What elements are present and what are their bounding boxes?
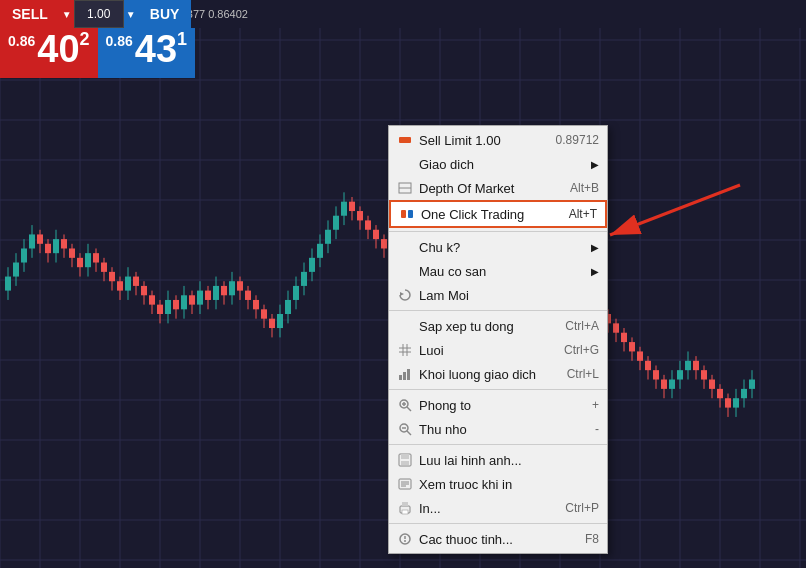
- lot-input[interactable]: [74, 0, 124, 28]
- menu-item-label: Xem truoc khi in: [419, 477, 512, 492]
- svg-rect-21: [401, 454, 409, 459]
- menu-item-label: Khoi luong giao dich: [419, 367, 536, 382]
- menu-item-label: Sap xep tu dong: [419, 319, 514, 334]
- svg-rect-0: [399, 137, 411, 143]
- menu-item-label: Phong to: [419, 398, 471, 413]
- sell-price-prefix: 0.86: [8, 34, 35, 48]
- empty-icon: [397, 263, 413, 279]
- empty-icon: [397, 318, 413, 334]
- trading-buttons: SELL ▼ ▼ BUY 0.86 40 2 0.86 43 1: [0, 0, 195, 78]
- menu-item-label: One Click Trading: [421, 207, 524, 222]
- menu-shortcut: Alt+T: [569, 207, 597, 221]
- buy-price-super: 1: [177, 30, 187, 48]
- menu-shortcut: Alt+B: [570, 181, 599, 195]
- buy-price-main: 43: [135, 30, 177, 68]
- menu-separator: [389, 310, 607, 311]
- buy-price-box[interactable]: 0.86 43 1: [98, 28, 196, 78]
- print-icon: [397, 500, 413, 516]
- menu-item-mau-co-san[interactable]: Mau co san▶: [389, 259, 607, 283]
- menu-item-label: Thu nho: [419, 422, 467, 437]
- svg-rect-4: [408, 210, 413, 218]
- props-icon: [397, 531, 413, 547]
- refresh-icon: [397, 287, 413, 303]
- menu-shortcut: F8: [585, 532, 599, 546]
- price-display: 0.86 40 2 0.86 43 1: [0, 28, 195, 78]
- sell-arrow-down[interactable]: ▼: [60, 0, 74, 28]
- sell-price-main: 40: [37, 30, 79, 68]
- dom-icon: [397, 180, 413, 196]
- submenu-arrow-icon: ▶: [591, 242, 599, 253]
- menu-item-label: Depth Of Market: [419, 181, 514, 196]
- menu-item-sell-limit[interactable]: Sell Limit 1.000.89712: [389, 128, 607, 152]
- menu-item-phong-to[interactable]: Phong to+: [389, 393, 607, 417]
- menu-item-label: Giao dich: [419, 157, 474, 172]
- zoom-out-icon: [397, 421, 413, 437]
- menu-item-luu-hinh-anh[interactable]: Luu lai hinh anh...: [389, 448, 607, 472]
- empty-icon: [397, 239, 413, 255]
- menu-item-luoi[interactable]: LuoiCtrl+G: [389, 338, 607, 362]
- zoom-in-icon: [397, 397, 413, 413]
- menu-item-lam-moi[interactable]: Lam Moi: [389, 283, 607, 307]
- sell-group: SELL ▼ ▼ BUY 0.86 40 2 0.86 43 1: [0, 0, 195, 78]
- svg-marker-5: [400, 292, 404, 296]
- submenu-arrow-icon: ▶: [591, 159, 599, 170]
- menu-item-label: Luu lai hinh anh...: [419, 453, 522, 468]
- menu-shortcut: +: [592, 398, 599, 412]
- menu-separator: [389, 389, 607, 390]
- svg-point-32: [404, 540, 406, 542]
- empty-icon: [397, 156, 413, 172]
- menu-item-label: Luoi: [419, 343, 444, 358]
- menu-shortcut: Ctrl+G: [564, 343, 599, 357]
- save-icon: [397, 452, 413, 468]
- menu-item-chu-ky[interactable]: Chu k?▶: [389, 235, 607, 259]
- menu-item-xem-truoc[interactable]: Xem truoc khi in: [389, 472, 607, 496]
- menu-item-label: Sell Limit 1.00: [419, 133, 501, 148]
- menu-item-depth-market[interactable]: Depth Of MarketAlt+B: [389, 176, 607, 200]
- menu-shortcut: Ctrl+P: [565, 501, 599, 515]
- menu-item-sap-xep[interactable]: Sap xep tu dongCtrl+A: [389, 314, 607, 338]
- menu-item-cac-thuoc-tinh[interactable]: Cac thuoc tinh...F8: [389, 527, 607, 551]
- svg-line-18: [407, 431, 411, 435]
- menu-item-khoi-luong[interactable]: Khoi luong giao dichCtrl+L: [389, 362, 607, 386]
- menu-separator: [389, 444, 607, 445]
- sell-icon: [397, 132, 413, 148]
- menu-separator: [389, 523, 607, 524]
- context-menu: Sell Limit 1.000.89712Giao dich▶Depth Of…: [388, 125, 608, 554]
- svg-rect-10: [399, 375, 402, 380]
- volume-icon: [397, 366, 413, 382]
- grid-icon: [397, 342, 413, 358]
- buy-arrow-down[interactable]: ▼: [124, 0, 138, 28]
- menu-item-label: Cac thuoc tinh...: [419, 532, 513, 547]
- svg-rect-28: [402, 502, 408, 506]
- svg-rect-29: [402, 510, 408, 514]
- sell-button[interactable]: SELL: [0, 0, 60, 28]
- svg-rect-22: [401, 461, 409, 465]
- menu-item-in[interactable]: In...Ctrl+P: [389, 496, 607, 520]
- menu-item-label: Mau co san: [419, 264, 486, 279]
- preview-icon: [397, 476, 413, 492]
- buy-price-prefix: 0.86: [106, 34, 133, 48]
- svg-rect-11: [403, 372, 406, 380]
- menu-item-label: Chu k?: [419, 240, 460, 255]
- menu-item-giao-dich[interactable]: Giao dich▶: [389, 152, 607, 176]
- sell-price-box[interactable]: 0.86 40 2: [0, 28, 98, 78]
- sell-price-super: 2: [80, 30, 90, 48]
- buy-button[interactable]: BUY: [138, 0, 192, 28]
- svg-rect-12: [407, 369, 410, 380]
- menu-item-one-click-trading[interactable]: One Click TradingAlt+T: [389, 200, 607, 228]
- submenu-arrow-icon: ▶: [591, 266, 599, 277]
- menu-item-thu-nho[interactable]: Thu nho-: [389, 417, 607, 441]
- menu-shortcut: Ctrl+A: [565, 319, 599, 333]
- menu-item-label: Lam Moi: [419, 288, 469, 303]
- oct-icon: [399, 206, 415, 222]
- menu-shortcut: Ctrl+L: [567, 367, 599, 381]
- menu-separator: [389, 231, 607, 232]
- menu-item-label: In...: [419, 501, 441, 516]
- svg-rect-3: [401, 210, 406, 218]
- menu-shortcut: -: [595, 422, 599, 436]
- menu-shortcut: 0.89712: [556, 133, 599, 147]
- svg-line-14: [407, 407, 411, 411]
